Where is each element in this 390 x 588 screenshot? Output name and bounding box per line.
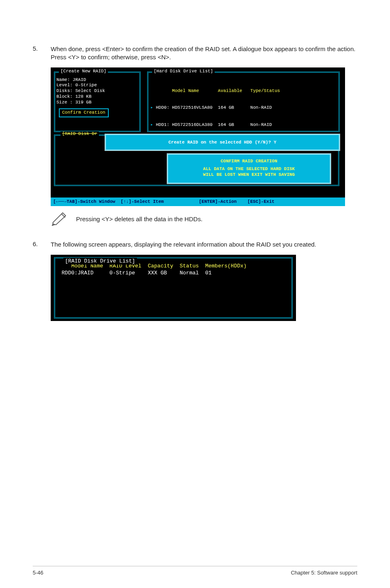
raid-list-screenshot: [RAID Disk Drive List] Model Name RAID L… (51, 255, 296, 321)
foot-exit: [ESC]-Exit (247, 199, 274, 205)
raid-list-frame: [RAID Disk Drive List] Model Name RAID L… (54, 257, 293, 319)
raid-size-line: Size : 319 GB (56, 100, 137, 105)
step-5-text: When done, press <Enter> to confirm the … (51, 45, 357, 62)
confirm-creation-button[interactable]: Confirm Creation (59, 108, 109, 117)
pencil-icon (51, 211, 69, 227)
create-raid-popup-text: Create RAID on the selected HDD (Y/N)? Y (168, 140, 276, 145)
hdd-row-0: ▸ HDD0: HDS722516VLSA80 164 GB Non-RAID (150, 105, 337, 111)
foot-switch: [TAB]-Switch Window (53, 199, 115, 205)
confirm-raid-line2: ALL DATA ON THE SELECTED HARD DISK (168, 166, 330, 172)
hdd-header-row: Model Name Available Type/Status (150, 88, 337, 94)
page-number: 5-46 (33, 570, 43, 576)
step-5-number: 5. (33, 45, 51, 62)
hdd-row-1: ▸ HDD1: HDS722516DLA380 164 GB Non-RAID (150, 122, 337, 128)
step-6-text: The following screen appears, displaying… (51, 240, 357, 249)
confirm-raid-line1: CONFIRM RAID CREATION (168, 159, 330, 164)
raid-disks-line: Disks: Select Disk (56, 88, 137, 94)
hdd-list-title: [Hard Disk Drive List] (152, 69, 215, 74)
raid-list-row: RDD0:JRAID 0-Stripe XXX GB Normal 01 (58, 269, 288, 277)
raid-list-title: [RAID Disk Drive List] (63, 258, 137, 265)
confirm-raid-line3: WILL BE LOST WHEN EXIT WITH SAVING (168, 172, 330, 178)
step-6: 6. The following screen appears, display… (33, 240, 357, 249)
raid-level-line: Level: 0-Stripe (56, 83, 137, 88)
create-new-raid-title: [Create New RAID] (59, 69, 108, 74)
warning-note: Pressing <Y> deletes all the data in the… (51, 211, 357, 227)
raid-block-line: Block: 128 KB (56, 94, 137, 100)
chapter-title: Chapter 5: Software support (291, 570, 357, 576)
warning-note-text: Pressing <Y> deletes all the data in the… (76, 215, 202, 222)
step-6-number: 6. (33, 240, 51, 249)
raid-name-line: Name: JRAID (56, 77, 137, 83)
page-footer: 5-46 Chapter 5: Software support (33, 566, 357, 576)
foot-action: [ENTER]-Action (199, 199, 237, 205)
raid-disk-drive-title-truncated: [RAID Disk Dr (61, 131, 99, 137)
bios-confirm-screenshot: [Create New RAID] Name: JRAID Level: 0-S… (51, 67, 345, 206)
foot-select: []-Select Item (121, 199, 164, 205)
confirm-raid-popup: CONFIRM RAID CREATION ALL DATA ON THE SE… (167, 153, 331, 184)
bios-footer-bar: [TAB]-Switch Window []-Select Item [ENTE… (51, 197, 345, 206)
create-new-raid-content: Name: JRAID Level: 0-Stripe Disks: Selec… (56, 77, 137, 118)
create-raid-popup[interactable]: Create RAID on the selected HDD (Y/N)? Y (105, 134, 340, 151)
hdd-list-content: Model Name Available Type/Status ▸ HDD0:… (150, 77, 337, 139)
step-5: 5. When done, press <Enter> to confirm t… (33, 45, 357, 62)
